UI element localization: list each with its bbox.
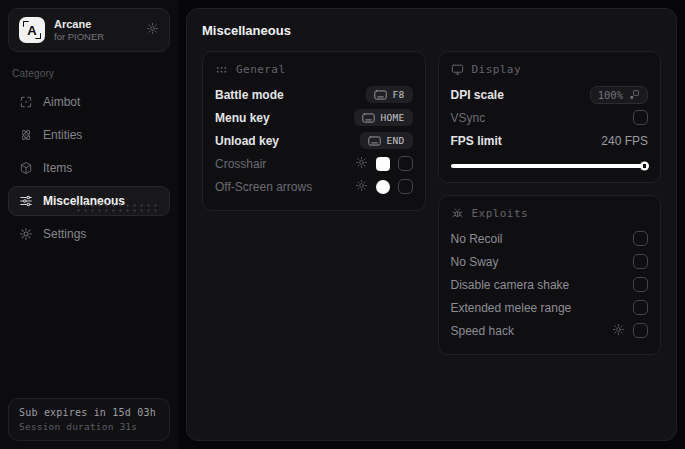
panel-title: General [236, 63, 285, 76]
row-label: FPS limit [451, 134, 502, 148]
keybind-value: F8 [392, 89, 404, 100]
exploits-panel: Exploits No Recoil No Sway Disable camer… [438, 195, 662, 355]
unload-key-keybind[interactable]: END [360, 132, 412, 149]
menu-key-keybind[interactable]: HOME [354, 109, 412, 126]
dpi-scale-row: DPI scale 100% [451, 83, 649, 106]
fps-limit-row: FPS limit 240 FPS [451, 129, 649, 152]
disable-camera-shake-checkbox[interactable] [633, 277, 648, 292]
dots-grid-icon [215, 63, 228, 76]
row-label: Menu key [215, 111, 270, 125]
row-label: VSync [451, 111, 486, 125]
gear-icon [355, 156, 368, 172]
menu-key-row: Menu key HOME [215, 106, 413, 129]
atom-icon [19, 128, 33, 142]
app-name: Arcane [54, 18, 104, 30]
page-title: Miscellaneous [202, 23, 661, 38]
no-recoil-row: No Recoil [451, 227, 649, 250]
speed-hack-checkbox[interactable] [633, 323, 648, 338]
fps-limit-slider[interactable] [451, 161, 649, 170]
exploits-panel-header: Exploits [451, 207, 649, 220]
sidebar-item-label: Aimbot [43, 95, 80, 109]
gear-icon [355, 179, 368, 195]
dpi-value: 100% [598, 89, 623, 101]
row-label: Unload key [215, 134, 279, 148]
subscription-card: Sub expires in 15d 03h Session duration … [8, 398, 170, 441]
disable-camera-shake-row: Disable camera shake [451, 273, 649, 296]
row-label: Off-Screen arrows [215, 180, 312, 194]
extended-melee-range-checkbox[interactable] [633, 300, 648, 315]
speed-hack-row: Speed hack [451, 319, 649, 342]
dpi-scale-selector[interactable]: 100% [590, 86, 648, 104]
sliders-icon [19, 194, 33, 208]
sub-expiry-text: Sub expires in 15d 03h [19, 407, 159, 418]
keyboard-icon [374, 90, 387, 100]
bug-icon [451, 207, 464, 220]
main-content: Miscellaneous General Battle mode [186, 8, 677, 441]
no-sway-row: No Sway [451, 250, 649, 273]
sidebar-item-aimbot[interactable]: Aimbot [8, 87, 170, 117]
row-label: No Recoil [451, 232, 503, 246]
battle-mode-row: Battle mode F8 [215, 83, 413, 106]
crosshair-row: Crosshair [215, 152, 413, 175]
display-panel: Display DPI scale 100% [438, 51, 662, 183]
general-panel: General Battle mode F8 Menu key [202, 51, 426, 211]
sidebar-nav: Aimbot Entities Items [8, 87, 170, 249]
speed-hack-settings-button[interactable] [612, 323, 625, 339]
brand-card: A Arcane for PIONER [8, 8, 170, 52]
app-subtitle: for PIONER [54, 31, 104, 42]
crosshair-checkbox[interactable] [398, 156, 413, 171]
scale-resize-icon [629, 89, 640, 100]
fps-limit-value: 240 FPS [601, 134, 648, 148]
no-recoil-checkbox[interactable] [633, 231, 648, 246]
vsync-checkbox[interactable] [633, 110, 648, 125]
panel-title: Exploits [472, 207, 529, 220]
row-label: Crosshair [215, 157, 266, 171]
package-cube-icon [19, 161, 33, 175]
sidebar-item-label: Entities [43, 128, 82, 142]
battle-mode-keybind[interactable]: F8 [366, 86, 412, 103]
sidebar-item-label: Items [43, 161, 72, 175]
logo-letter: A [27, 23, 36, 38]
gear-icon [612, 323, 625, 339]
offscreen-arrows-settings-button[interactable] [355, 179, 368, 195]
panel-title: Display [472, 63, 521, 76]
sidebar: A Arcane for PIONER Category Aimbo [0, 0, 178, 449]
gear-icon [19, 227, 33, 241]
offscreen-arrows-row: Off-Screen arrows [215, 175, 413, 198]
sidebar-item-settings[interactable]: Settings [8, 219, 170, 249]
row-label: Extended melee range [451, 301, 572, 315]
row-label: Speed hack [451, 324, 514, 338]
monitor-icon [451, 63, 464, 76]
sidebar-item-label: Miscellaneous [43, 194, 125, 208]
app-logo: A [19, 17, 45, 43]
offscreen-arrows-checkbox[interactable] [398, 179, 413, 194]
category-label: Category [12, 68, 166, 79]
crosshair-settings-button[interactable] [355, 156, 368, 172]
general-panel-header: General [215, 63, 413, 76]
row-label: DPI scale [451, 88, 504, 102]
sidebar-item-miscellaneous[interactable]: Miscellaneous [8, 186, 170, 216]
row-label: Disable camera shake [451, 278, 570, 292]
slider-track [451, 164, 649, 168]
keybind-value: HOME [380, 112, 404, 123]
vsync-row: VSync [451, 106, 649, 129]
sidebar-item-label: Settings [43, 227, 86, 241]
settings-gear-button[interactable] [146, 22, 159, 38]
row-label: Battle mode [215, 88, 284, 102]
keyboard-icon [362, 113, 375, 123]
scan-crosshair-icon [19, 95, 33, 109]
display-panel-header: Display [451, 63, 649, 76]
sidebar-item-items[interactable]: Items [8, 153, 170, 183]
offscreen-arrows-color-swatch[interactable] [376, 180, 390, 194]
keyboard-icon [368, 136, 381, 146]
sidebar-item-entities[interactable]: Entities [8, 120, 170, 150]
unload-key-row: Unload key END [215, 129, 413, 152]
brand-text: Arcane for PIONER [54, 18, 104, 42]
crosshair-color-swatch[interactable] [376, 157, 390, 171]
no-sway-checkbox[interactable] [633, 254, 648, 269]
row-label: No Sway [451, 255, 499, 269]
session-duration-text: Session duration 31s [19, 421, 159, 432]
extended-melee-range-row: Extended melee range [451, 296, 649, 319]
slider-thumb[interactable] [640, 161, 649, 170]
gear-icon [146, 22, 159, 38]
